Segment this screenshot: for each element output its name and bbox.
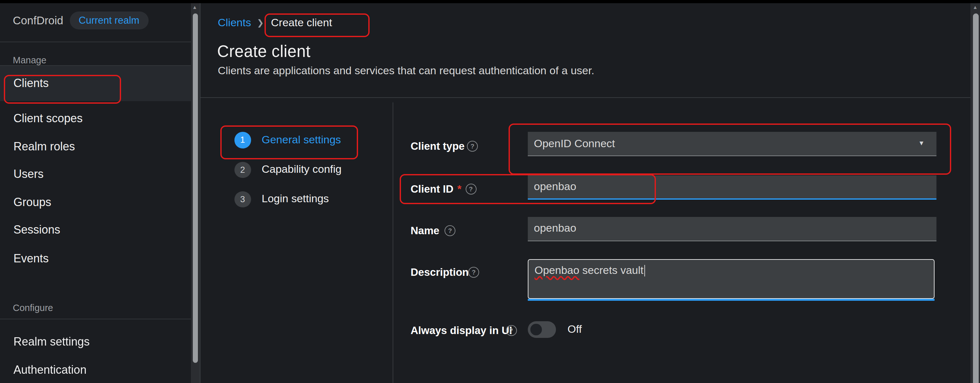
sidebar-item-groups[interactable]: Groups: [0, 188, 191, 216]
wizard-form-divider: [393, 102, 393, 383]
name-label: Name: [410, 224, 439, 236]
app-brand: ConfDroid: [13, 14, 64, 27]
chevron-down-icon: ▼: [918, 139, 924, 147]
always-display-help-icon[interactable]: ?: [506, 325, 517, 336]
sidebar-item-events[interactable]: Events: [0, 244, 191, 272]
misspelled-word: Openbao: [535, 264, 579, 277]
app-window: ConfDroid Current realm Manage Clients C…: [0, 0, 980, 383]
client-type-help-icon[interactable]: ?: [467, 141, 478, 152]
client-id-input[interactable]: openbao: [527, 175, 936, 199]
sidebar-divider: [0, 41, 191, 42]
page-subtitle: Clients are applications and services th…: [218, 65, 594, 78]
description-rest: secrets vault: [579, 264, 643, 277]
client-id-label: Client ID: [410, 183, 453, 195]
sidebar-section-manage: Manage: [13, 55, 46, 65]
wizard-step-capability-config[interactable]: 2 Capability config: [234, 161, 342, 178]
sidebar-item-realm-settings[interactable]: Realm settings: [0, 328, 191, 356]
step-1-label: General settings: [262, 134, 341, 147]
current-realm-badge[interactable]: Current realm: [70, 11, 149, 29]
sidebar-item-clients[interactable]: Clients: [0, 66, 191, 101]
page-title: Create client: [217, 42, 311, 61]
step-1-circle: 1: [234, 132, 251, 148]
toggle-knob: [530, 324, 542, 335]
step-3-circle: 3: [234, 191, 251, 207]
always-display-label: Always display in UI: [410, 324, 512, 337]
name-help-icon[interactable]: ?: [444, 225, 455, 236]
sidebar-border: [199, 3, 200, 383]
text-cursor: [644, 265, 645, 277]
breadcrumb-chevron-icon: ❯: [257, 18, 264, 27]
sidebar: ConfDroid Current realm Manage Clients C…: [0, 3, 191, 383]
client-id-value: openbao: [534, 180, 576, 193]
sidebar-item-client-scopes[interactable]: Client scopes: [0, 104, 191, 133]
client-type-select[interactable]: OpenID Connect ▼: [527, 132, 936, 156]
sidebar-item-authentication[interactable]: Authentication: [0, 356, 191, 383]
wizard-step-general-settings[interactable]: 1 General settings: [234, 132, 341, 148]
sidebar-item-users[interactable]: Users: [0, 160, 191, 188]
sidebar-item-sessions[interactable]: Sessions: [0, 216, 191, 244]
name-value: openbao: [534, 222, 576, 235]
top-black-bar: [0, 0, 980, 3]
step-2-label: Capability config: [262, 163, 342, 176]
sidebar-item-realm-roles[interactable]: Realm roles: [0, 133, 191, 161]
brand-row: ConfDroid Current realm: [13, 9, 148, 32]
main-scroll-up-icon[interactable]: ▲: [973, 5, 978, 10]
description-textarea[interactable]: Openbao secrets vault: [527, 259, 934, 299]
client-id-help-icon[interactable]: ?: [465, 184, 476, 194]
description-focus-bar: [527, 299, 934, 301]
breadcrumb-current: Create client: [271, 17, 332, 29]
sidebar-scrollbar-thumb[interactable]: [192, 13, 198, 363]
wizard-step-login-settings[interactable]: 3 Login settings: [234, 191, 329, 207]
description-help-icon[interactable]: ?: [468, 266, 479, 277]
breadcrumb-clients-link[interactable]: Clients: [218, 17, 251, 29]
client-type-label: Client type: [410, 140, 465, 152]
name-input[interactable]: openbao: [527, 217, 936, 241]
header-divider: [200, 97, 970, 98]
required-asterisk: *: [457, 183, 461, 195]
main-scrollbar-thumb[interactable]: [973, 13, 978, 383]
sidebar-scroll-up-icon[interactable]: ▲: [192, 5, 197, 10]
client-type-value: OpenID Connect: [534, 137, 615, 150]
step-3-label: Login settings: [262, 193, 329, 206]
description-label: Description: [410, 266, 469, 278]
always-display-state: Off: [568, 323, 582, 336]
always-display-toggle[interactable]: [528, 321, 556, 337]
sidebar-section-configure: Configure: [13, 303, 53, 313]
step-2-circle: 2: [234, 161, 251, 178]
sidebar-divider: [0, 318, 191, 319]
